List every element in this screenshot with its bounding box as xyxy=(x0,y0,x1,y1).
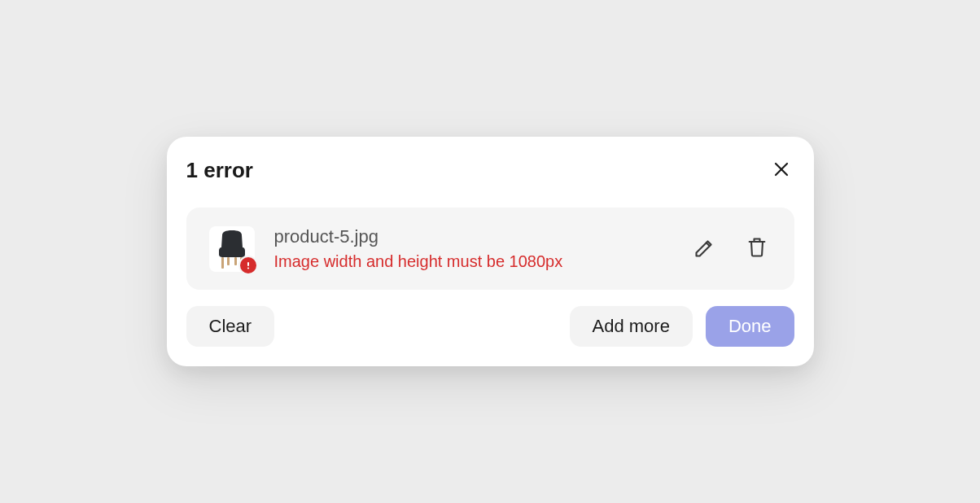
modal-header: 1 error xyxy=(186,156,794,185)
file-row-actions xyxy=(690,233,772,265)
file-error-message: Image width and height must be 1080px xyxy=(274,251,671,272)
file-info: product-5.jpg Image width and height mus… xyxy=(274,225,671,272)
trash-icon xyxy=(746,236,768,261)
pencil-icon xyxy=(693,236,716,261)
delete-button[interactable] xyxy=(742,233,772,265)
modal-title: 1 error xyxy=(186,158,253,183)
add-more-button[interactable]: Add more xyxy=(570,306,693,347)
file-row: product-5.jpg Image width and height mus… xyxy=(186,208,794,290)
svg-point-7 xyxy=(247,267,248,269)
done-button[interactable]: Done xyxy=(706,306,794,347)
svg-rect-6 xyxy=(247,262,249,266)
upload-error-modal: 1 error xyxy=(167,137,814,366)
modal-footer: Clear Add more Done xyxy=(186,306,794,347)
svg-rect-5 xyxy=(234,257,237,265)
close-button[interactable] xyxy=(768,156,794,185)
clear-button[interactable]: Clear xyxy=(186,306,275,347)
error-badge-icon xyxy=(238,256,258,275)
file-thumbnail-wrap xyxy=(209,226,255,272)
edit-button[interactable] xyxy=(690,233,720,265)
file-name: product-5.jpg xyxy=(274,225,671,249)
svg-rect-4 xyxy=(227,257,230,265)
close-icon xyxy=(772,160,791,182)
footer-right-actions: Add more Done xyxy=(570,306,794,347)
svg-rect-2 xyxy=(221,257,224,269)
